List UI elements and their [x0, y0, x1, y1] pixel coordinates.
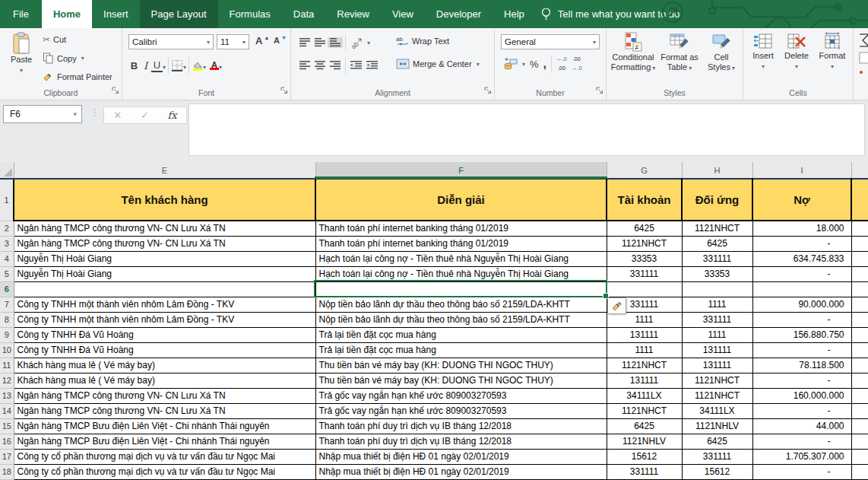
- tab-view[interactable]: View: [381, 0, 425, 28]
- underline-dropdown-arrow[interactable]: [163, 59, 166, 72]
- cell-G17[interactable]: 15612: [607, 449, 682, 464]
- tab-data[interactable]: Data: [282, 0, 325, 28]
- wrap-text-button[interactable]: ab Wrap Text: [394, 35, 451, 47]
- cell-F1[interactable]: Diễn giải: [315, 179, 607, 221]
- row-header-7[interactable]: 7: [0, 297, 14, 312]
- row-header-3[interactable]: 3: [0, 236, 14, 251]
- formula-input[interactable]: [188, 103, 865, 156]
- cell-J1-partial[interactable]: [851, 179, 868, 221]
- row-header-8[interactable]: 8: [0, 312, 14, 327]
- select-all-button[interactable]: [0, 162, 14, 179]
- format-dropdown-arrow[interactable]: [831, 61, 834, 72]
- tab-file[interactable]: File: [0, 0, 42, 28]
- cell-J15-partial[interactable]: [851, 418, 868, 434]
- cell-I9[interactable]: 156.880.750: [752, 327, 851, 342]
- font-name-combo[interactable]: Calibri▾: [128, 34, 214, 49]
- cell-I2[interactable]: 18.000: [752, 221, 851, 236]
- cell-I11[interactable]: 78.118.500: [752, 358, 851, 373]
- copy-button[interactable]: Copy: [40, 52, 87, 65]
- row-header-6[interactable]: 6: [0, 281, 14, 297]
- cell-I10[interactable]: -: [752, 342, 851, 358]
- tab-formulas[interactable]: Formulas: [218, 0, 282, 28]
- cell-H4[interactable]: 331111: [682, 251, 752, 266]
- cell-I16[interactable]: -: [752, 434, 851, 449]
- name-box[interactable]: F6 ▾: [3, 105, 82, 123]
- cell-E4[interactable]: Nguyễn Thị Hoài Giang: [14, 251, 315, 266]
- cell-E15[interactable]: Ngân hàng TMCP Bưu điện Liên Việt - Chi …: [14, 418, 315, 434]
- row-header-9[interactable]: 9: [0, 327, 14, 342]
- row-header-16[interactable]: 16: [0, 434, 14, 449]
- format-painter-button[interactable]: Format Painter: [40, 70, 115, 83]
- merge-center-button[interactable]: Merge & Center: [394, 58, 482, 70]
- number-format-combo[interactable]: General▾: [501, 34, 600, 49]
- cell-J18-partial[interactable]: [851, 464, 868, 479]
- paste-button[interactable]: Paste: [5, 32, 37, 75]
- row-header-5[interactable]: 5: [0, 266, 14, 281]
- formula-bar-grip[interactable]: ⋮: [90, 107, 100, 118]
- percent-style-button[interactable]: %: [527, 58, 541, 71]
- font-dialog-launcher[interactable]: [280, 84, 288, 97]
- row-header-2[interactable]: 2: [0, 221, 14, 236]
- cell-E6[interactable]: [14, 281, 315, 297]
- cell-I1[interactable]: Nợ: [752, 179, 851, 221]
- row-header-13[interactable]: 13: [0, 388, 14, 403]
- cell-H8[interactable]: 331111: [682, 312, 752, 327]
- cell-G9[interactable]: 131111: [607, 327, 682, 342]
- orientation-button[interactable]: ab: [348, 37, 372, 49]
- grow-font-button[interactable]: A▲: [253, 34, 271, 47]
- tab-page-layout[interactable]: Page Layout: [140, 0, 218, 28]
- cell-E2[interactable]: Ngân hàng TMCP công thương VN- CN Lưu Xá…: [14, 221, 315, 236]
- cell-E17[interactable]: Công ty cổ phần thương mại dịch vụ và tư…: [14, 449, 315, 464]
- top-align-button[interactable]: [297, 37, 312, 48]
- comma-style-button[interactable]: ,: [541, 56, 549, 72]
- cell-E16[interactable]: Ngân hàng TMCP Bưu điện Liên Việt - Chi …: [14, 434, 315, 449]
- tab-developer[interactable]: Developer: [425, 0, 493, 28]
- column-header-G[interactable]: G: [607, 162, 682, 179]
- cell-H5[interactable]: 33353: [682, 266, 752, 281]
- cell-F11[interactable]: Thu tiền bán vé máy bay (KH: DUONG THI N…: [315, 358, 607, 373]
- delete-cells-button[interactable]: Delete: [780, 32, 813, 72]
- clipboard-dialog-launcher[interactable]: [112, 84, 119, 97]
- cell-E11[interactable]: Khách hàng mua lẻ ( Vé máy bay): [14, 358, 315, 373]
- cell-H3[interactable]: 6425: [682, 236, 752, 251]
- cell-E8[interactable]: Công ty TNHH một thành viên nhôm Lâm Đồn…: [14, 312, 315, 327]
- row-header-15[interactable]: 15: [0, 418, 14, 434]
- cell-J4-partial[interactable]: [851, 251, 868, 266]
- cell-J17-partial[interactable]: [851, 449, 868, 464]
- cell-I6[interactable]: [752, 281, 851, 297]
- cell-G8[interactable]: 1111: [607, 312, 682, 327]
- cell-H18[interactable]: 15612: [682, 464, 752, 479]
- accounting-format-button[interactable]: [501, 57, 527, 71]
- cell-F15[interactable]: Thanh toán phí duy trì dịch vụ IB tháng …: [315, 418, 607, 434]
- cell-J12-partial[interactable]: [851, 373, 868, 388]
- cell-F8[interactable]: Nộp tiền bảo lãnh dự thầu theo thông báo…: [315, 312, 607, 327]
- cell-F2[interactable]: Thanh toán phí internet banking tháng 01…: [315, 221, 607, 236]
- cell-J7-partial[interactable]: [851, 297, 868, 312]
- cell-J2-partial[interactable]: [851, 221, 868, 236]
- increase-indent-button[interactable]: [364, 60, 380, 71]
- cell-F16[interactable]: Thanh toán phí duy trì dịch vụ IB tháng …: [315, 434, 607, 449]
- cell-H14[interactable]: 34111LX: [682, 403, 752, 418]
- cell-E10[interactable]: Công ty TNHH Đá Vũ Hoàng: [14, 342, 315, 358]
- cell-J13-partial[interactable]: [851, 388, 868, 403]
- cell-H11[interactable]: 131111: [682, 358, 752, 373]
- cell-F10[interactable]: Trả lại tiền đặt cọc mua hàng: [315, 342, 607, 358]
- cell-J8-partial[interactable]: [851, 312, 868, 327]
- cell-H6[interactable]: [682, 281, 752, 297]
- column-header-H[interactable]: H: [682, 162, 752, 179]
- cell-G1[interactable]: Tài khoản: [607, 179, 682, 221]
- cell-I5[interactable]: -: [752, 266, 851, 281]
- cell-G13[interactable]: 34111LX: [607, 388, 682, 403]
- cell-H15[interactable]: 1121NHLV: [682, 418, 752, 434]
- cell-G18[interactable]: 331111: [607, 464, 682, 479]
- font-size-combo[interactable]: 11▾: [217, 34, 249, 49]
- italic-button[interactable]: I: [140, 60, 151, 72]
- cell-J11-partial[interactable]: [851, 358, 868, 373]
- alignment-dialog-launcher[interactable]: [484, 84, 492, 97]
- tab-insert[interactable]: Insert: [92, 0, 140, 28]
- cell-E14[interactable]: Ngân hàng TMCP công thương VN- CN Lưu Xá…: [14, 403, 315, 418]
- cell-F18[interactable]: Nhập mua thiết bị điện HĐ 01 ngày 02/01/…: [315, 464, 607, 479]
- cell-F3[interactable]: Thanh toán phí internet banking tháng 01…: [315, 236, 607, 251]
- column-header-E[interactable]: E: [14, 162, 315, 179]
- middle-align-button[interactable]: [312, 37, 328, 48]
